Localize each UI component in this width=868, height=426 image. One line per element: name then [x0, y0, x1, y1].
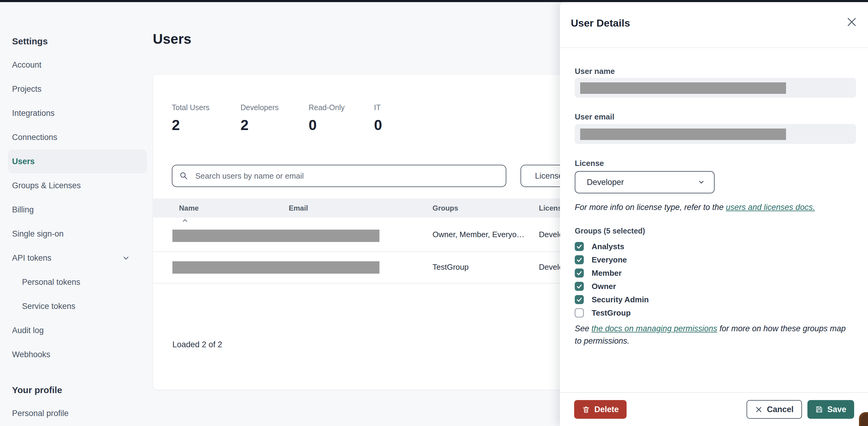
group-checkbox-list: AnalystsEveryoneMemberOwnerSecurity Admi…	[575, 240, 856, 319]
redacted-name-email	[173, 261, 379, 274]
license-label: License	[575, 159, 604, 168]
top-navigation-bar	[0, 0, 868, 2]
permissions-note: See the docs on managing permissions for…	[575, 322, 849, 347]
delete-button-label: Delete	[594, 405, 619, 414]
delete-button[interactable]: Delete	[574, 400, 627, 419]
user-name-field[interactable]	[575, 78, 856, 98]
group-option-label: Security Admin	[592, 295, 649, 305]
sidebar-item-integrations[interactable]: Integrations	[8, 101, 147, 125]
checkbox-unchecked-icon[interactable]	[575, 308, 584, 317]
chevron-down-icon	[698, 179, 705, 186]
user-email-label: User email	[575, 112, 615, 121]
sidebar-item-account[interactable]: Account	[8, 53, 147, 77]
sidebar-item-label: Personal tokens	[22, 278, 81, 287]
group-option-owner[interactable]: Owner	[575, 280, 856, 293]
cell-groups: TestGroup	[433, 251, 469, 283]
trash-icon	[582, 405, 590, 414]
redacted-name-email	[173, 230, 379, 242]
users-and-licenses-docs-link[interactable]: users and licenses docs.	[726, 203, 815, 212]
sidebar-item-label: Personal profile	[12, 409, 69, 418]
chevron-down-icon	[122, 254, 130, 262]
sidebar-settings-header: Settings	[12, 36, 48, 47]
group-option-security-admin[interactable]: Security Admin	[575, 293, 856, 306]
table-row[interactable]: TestGroupDeveloper	[153, 251, 623, 284]
sidebar-item-personal-profile[interactable]: Personal profile	[8, 404, 147, 422]
close-icon[interactable]	[846, 16, 858, 28]
loaded-count: Loaded 2 of 2	[173, 340, 222, 349]
sidebar-item-label: Single sign-on	[12, 229, 64, 239]
sidebar-item-connections[interactable]: Connections	[8, 125, 147, 149]
sidebar-item-service-tokens[interactable]: Service tokens	[8, 294, 147, 318]
user-details-drawer: User Details User name User email Licens…	[560, 2, 868, 426]
drawer-title: User Details	[571, 17, 630, 29]
license-note-text: For more info on license type, refer to …	[575, 203, 726, 212]
search-input[interactable]	[172, 165, 506, 187]
group-option-label: Owner	[592, 282, 616, 291]
sidebar-item-groups-licenses[interactable]: Groups & Licenses	[8, 173, 147, 198]
group-option-label: Member	[592, 268, 622, 278]
redacted-user-name	[580, 82, 786, 94]
cancel-button-label: Cancel	[767, 405, 794, 414]
group-option-everyone[interactable]: Everyone	[575, 253, 856, 266]
redacted-user-email	[580, 129, 786, 140]
sidebar-item-billing[interactable]: Billing	[8, 198, 147, 222]
license-select[interactable]: Developer	[575, 171, 715, 193]
checkbox-checked-icon[interactable]	[575, 282, 584, 291]
cell-groups: Owner, Member, Everyo…	[433, 218, 524, 251]
sidebar-item-webhooks[interactable]: Webhooks	[8, 342, 147, 367]
column-header-email[interactable]: Email	[289, 199, 308, 218]
group-option-analysts[interactable]: Analysts	[575, 240, 856, 253]
column-header-groups[interactable]: Groups	[433, 199, 458, 218]
stat-value: 2	[172, 117, 180, 133]
checkbox-checked-icon[interactable]	[575, 255, 584, 264]
sidebar-item-personal-tokens[interactable]: Personal tokens	[8, 270, 147, 294]
stat-label: Total Users	[172, 103, 210, 112]
sidebar-item-projects[interactable]: Projects	[8, 77, 147, 101]
group-option-member[interactable]: Member	[575, 266, 856, 280]
sidebar-item-label: Projects	[12, 84, 41, 94]
sidebar-profile-header: Your profile	[12, 385, 62, 395]
save-button[interactable]: Save	[807, 400, 854, 419]
search-wrap	[172, 165, 506, 187]
sidebar-item-label: API tokens	[12, 253, 52, 263]
settings-sidebar: Settings AccountProjectsIntegrationsConn…	[8, 0, 147, 426]
stat-value: 2	[241, 117, 249, 133]
license-selected-value: Developer	[587, 178, 698, 187]
managing-permissions-docs-link[interactable]: the docs on managing permissions	[592, 324, 717, 333]
sidebar-item-label: Audit log	[12, 326, 44, 335]
stat-label: IT	[374, 103, 381, 112]
sidebar-item-label: Billing	[12, 205, 34, 215]
app-root: Settings AccountProjectsIntegrationsConn…	[0, 0, 868, 426]
sidebar-profile-list: Personal profile	[8, 404, 147, 422]
drawer-header-divider	[560, 47, 868, 48]
sidebar-item-label: Account	[12, 60, 41, 70]
checkbox-checked-icon[interactable]	[575, 242, 584, 251]
sidebar-item-label: Service tokens	[22, 302, 75, 311]
license-note: For more info on license type, refer to …	[575, 201, 849, 214]
checkbox-checked-icon[interactable]	[575, 295, 584, 304]
sidebar-item-users[interactable]: Users	[8, 149, 147, 173]
stat-value: 0	[309, 117, 317, 133]
stat-label: Read-Only	[309, 103, 345, 112]
corner-widget[interactable]	[859, 412, 868, 426]
cancel-button[interactable]: Cancel	[747, 400, 802, 419]
user-email-field[interactable]	[575, 124, 856, 144]
table-row[interactable]: Owner, Member, Everyo…Developer	[153, 218, 623, 252]
x-icon	[755, 406, 763, 413]
group-option-label: TestGroup	[592, 308, 631, 318]
groups-label: Groups (5 selected)	[575, 227, 645, 235]
sidebar-item-label: Webhooks	[12, 350, 50, 359]
sidebar-item-audit-log[interactable]: Audit log	[8, 318, 147, 342]
sidebar-item-label: Groups & Licenses	[12, 181, 81, 190]
sidebar-item-single-sign-on[interactable]: Single sign-on	[8, 222, 147, 246]
drawer-footer: Delete Cancel Save	[560, 392, 868, 426]
stat-value: 0	[374, 117, 382, 133]
group-option-testgroup[interactable]: TestGroup	[575, 306, 856, 319]
sidebar-item-label: Users	[12, 157, 35, 166]
user-name-label: User name	[575, 67, 615, 76]
sidebar-item-label: Connections	[12, 133, 57, 142]
sidebar-item-api-tokens[interactable]: API tokens	[8, 246, 147, 270]
table-header-row: NameEmailGroupsLicense	[153, 199, 623, 218]
sidebar-nav-list: AccountProjectsIntegrationsConnectionsUs…	[8, 53, 147, 367]
checkbox-checked-icon[interactable]	[575, 268, 584, 278]
